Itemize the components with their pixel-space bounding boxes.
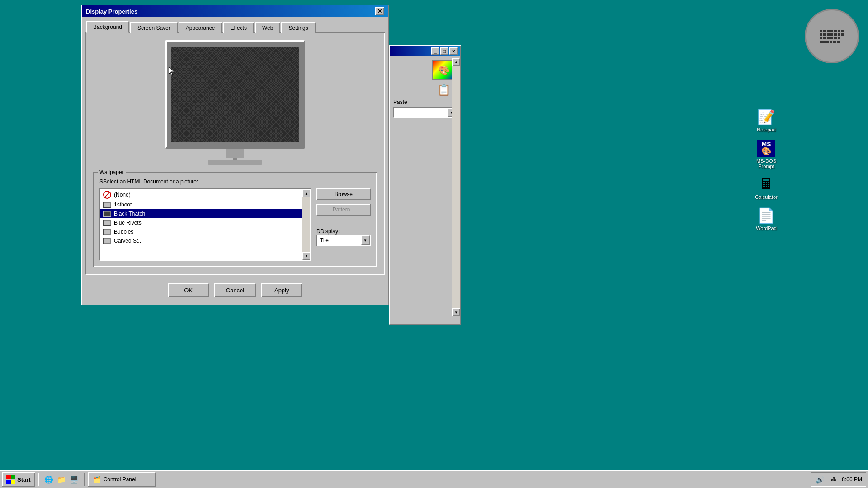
active-window-button[interactable]: 🗂️ Control Panel <box>88 472 156 487</box>
ok-button[interactable]: OK <box>168 283 209 297</box>
bg-window-titlebar: _ □ ✕ <box>390 46 460 56</box>
notepad-label: Notepad <box>757 127 776 132</box>
pattern-button[interactable]: Pattern... <box>316 204 371 216</box>
wallpaper-list-items: (None) 1stboot Black Thatch <box>100 189 302 260</box>
notepad-icon: 📝 <box>757 108 775 126</box>
wallpaper-group-label: Wallpaper <box>98 169 126 175</box>
background-window: _ □ ✕ 🎨 📋 » Paste ▼ <box>389 45 461 325</box>
keyboard-circle-icon <box>805 9 859 63</box>
list-scroll-up[interactable]: ▲ <box>302 189 311 197</box>
tab-web[interactable]: Web <box>255 22 280 33</box>
window-controls: _ □ ✕ <box>431 47 458 55</box>
monitor-foot <box>208 160 262 165</box>
keyboard-visual <box>820 30 844 43</box>
bg-dropdown[interactable]: ▼ <box>393 107 457 118</box>
apply-button[interactable]: Apply <box>261 283 302 297</box>
monitor-preview <box>93 40 377 165</box>
quicklaunch-icon-2[interactable]: 📁 <box>56 474 67 485</box>
list-item-1stboot[interactable]: 1stboot <box>100 200 302 209</box>
taskbar-divider-1 <box>38 473 39 486</box>
start-logo <box>6 475 15 484</box>
tab-appearance[interactable]: Appearance <box>179 22 222 33</box>
start-label: Start <box>17 476 31 483</box>
msdos-icon: MS 🎨 <box>757 140 775 157</box>
display-dropdown[interactable]: Tile ▼ <box>316 235 371 246</box>
active-window-label: Control Panel <box>104 476 137 483</box>
wordpad-icon: 📄 <box>757 207 775 224</box>
monitor-screen <box>171 47 299 142</box>
list-item-bluerivets[interactable]: Blue Rivets <box>100 218 302 227</box>
monitor <box>165 40 305 165</box>
bg-window-content: 🎨 📋 » Paste ▼ ▲ ▼ <box>390 56 460 323</box>
display-dropdown-value: Tile <box>317 236 361 244</box>
msdos-label: MS-DOSPrompt <box>756 158 776 169</box>
wordpad-label: WordPad <box>756 225 777 231</box>
tray-network-icon[interactable]: 🖧 <box>828 474 839 485</box>
wallpaper-preview <box>171 47 299 142</box>
desktop-icon-calculator[interactable]: 🖩 Calculator <box>746 176 787 200</box>
desktop: _ □ ✕ 🎨 📋 » Paste ▼ <box>0 0 868 488</box>
wallpaper-row: (None) 1stboot Black Thatch <box>99 188 371 261</box>
quicklaunch-icon-1[interactable]: 🌐 <box>43 474 54 485</box>
wallpaper-controls: Browse Pattern... DDisplay: Tile ▼ <box>316 188 371 246</box>
taskbar-divider-2 <box>84 473 85 486</box>
desktop-icon-wordpad[interactable]: 📄 WordPad <box>746 207 787 231</box>
bg-scrollbar[interactable]: ▲ ▼ <box>452 58 460 316</box>
desktop-icon-msdos[interactable]: MS 🎨 MS-DOSPrompt <box>746 140 787 169</box>
dialog-title: Display Properties <box>86 8 137 15</box>
wallpaper-icon-bubbles <box>103 229 111 235</box>
display-dropdown-arrow[interactable]: ▼ <box>361 235 370 245</box>
list-item-carved[interactable]: Carved St... <box>100 236 302 245</box>
tray-speaker-icon[interactable]: 🔊 <box>815 474 826 485</box>
wallpaper-icon-1stboot <box>103 202 111 208</box>
paste-icon: 📋 <box>437 84 451 96</box>
wallpaper-list[interactable]: (None) 1stboot Black Thatch <box>99 188 311 261</box>
list-item-blackthatch[interactable]: Black Thatch <box>100 209 302 218</box>
display-section: DDisplay: Tile ▼ <box>316 225 371 246</box>
wallpaper-instruction: SSelect an HTML Document or a picture: <box>99 178 371 185</box>
maximize-button[interactable]: □ <box>440 47 448 55</box>
browse-button[interactable]: Browse <box>316 188 371 200</box>
calculator-icon: 🖩 <box>759 176 774 193</box>
dialog-titlebar: Display Properties ✕ <box>82 5 388 17</box>
bg-toolbar: 📋 » <box>393 84 457 96</box>
tab-settings[interactable]: Settings <box>281 22 315 33</box>
start-button[interactable]: Start <box>2 472 35 487</box>
wallpaper-icon-bluerivets <box>103 220 111 226</box>
tab-background[interactable]: Background <box>86 21 129 33</box>
tab-screensaver[interactable]: Screen Saver <box>130 22 178 33</box>
wallpaper-icon-carved <box>103 238 111 244</box>
system-tray: 🔊 🖧 8:06 PM <box>811 472 866 487</box>
wallpaper-group: Wallpaper SSelect an HTML Document or a … <box>93 172 377 267</box>
display-properties-dialog: Display Properties ✕ Background Screen S… <box>81 5 389 305</box>
dialog-buttons: OK Cancel Apply <box>82 278 388 305</box>
quicklaunch-icon-3[interactable]: 🖥️ <box>69 474 80 485</box>
minimize-button[interactable]: _ <box>431 47 439 55</box>
calculator-label: Calculator <box>755 194 778 200</box>
tab-content-background: Wallpaper SSelect an HTML Document or a … <box>85 32 385 275</box>
system-clock: 8:06 PM <box>842 476 862 483</box>
taskbar: Start 🌐 📁 🖥️ 🗂️ Control Panel 🔊 🖧 8:06 P… <box>0 470 868 488</box>
bg-close-button[interactable]: ✕ <box>449 47 458 55</box>
scroll-down-btn[interactable]: ▼ <box>452 308 460 316</box>
desktop-icon-notepad[interactable]: 📝 Notepad <box>746 108 787 132</box>
list-scroll-track <box>302 197 310 252</box>
cancel-button[interactable]: Cancel <box>214 283 256 297</box>
display-label: DDisplay: <box>316 228 371 235</box>
desktop-icons-container: 📝 Notepad MS 🎨 MS-DOSPrompt 🖩 Calculator… <box>746 108 787 231</box>
list-item-bubbles[interactable]: Bubbles <box>100 227 302 236</box>
scroll-up-btn[interactable]: ▲ <box>452 58 460 66</box>
scroll-track <box>452 66 460 308</box>
none-icon <box>103 191 111 199</box>
monitor-screen-outer <box>165 40 305 149</box>
list-scroll-down[interactable]: ▼ <box>302 252 311 260</box>
list-item-none[interactable]: (None) <box>100 189 302 200</box>
paste-label: Paste <box>393 99 457 105</box>
list-scrollbar[interactable]: ▲ ▼ <box>302 189 310 260</box>
monitor-base <box>165 149 305 165</box>
tab-effects[interactable]: Effects <box>223 22 254 33</box>
dialog-close-button[interactable]: ✕ <box>375 7 384 15</box>
wallpaper-icon-blackthatch <box>103 211 111 217</box>
tabs-container: Background Screen Saver Appearance Effec… <box>82 17 388 32</box>
quick-launch: 🌐 📁 🖥️ <box>42 474 81 485</box>
